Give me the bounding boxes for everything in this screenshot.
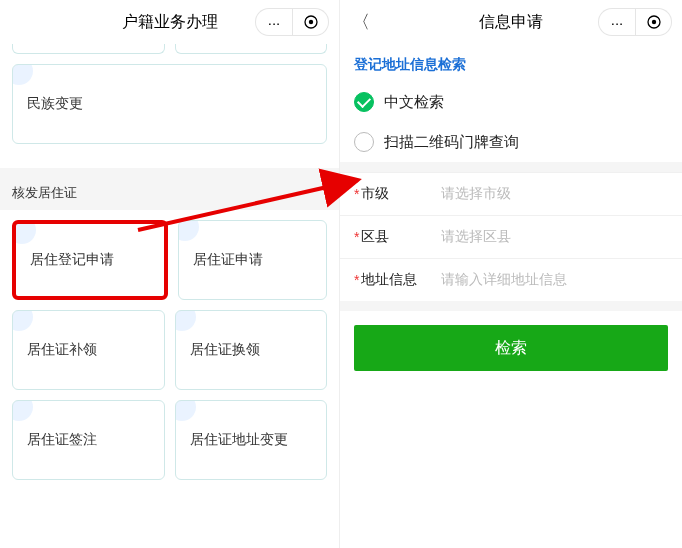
card-label: 居住证地址变更 <box>190 431 288 449</box>
left-screen: 户籍业务办理 ··· 民族变更 核发居住证 居住登记申请 居住证申请 <box>0 0 340 548</box>
card-label: 居住证申请 <box>193 251 263 269</box>
separator <box>340 301 682 311</box>
close-icon[interactable] <box>292 8 328 36</box>
right-header-actions: ··· <box>598 8 672 36</box>
more-icon[interactable]: ··· <box>599 8 635 36</box>
separator <box>340 162 682 172</box>
field-label: 区县 <box>361 228 441 246</box>
card-residence-permit-reissue[interactable]: 居住证补领 <box>12 310 165 390</box>
card-label: 民族变更 <box>27 95 83 113</box>
field-district[interactable]: * 区县 请选择区县 <box>340 215 682 258</box>
card-label: 居住证补领 <box>27 341 97 359</box>
field-label: 地址信息 <box>361 271 441 289</box>
svg-point-3 <box>651 20 655 24</box>
back-icon[interactable]: 〈 <box>352 10 370 34</box>
left-header-title: 户籍业务办理 <box>122 12 218 33</box>
option-qr-search[interactable]: 扫描二维码门牌查询 <box>340 122 682 162</box>
close-icon[interactable] <box>635 8 671 36</box>
card-residence-permit-endorse[interactable]: 居住证签注 <box>12 400 165 480</box>
svg-point-1 <box>308 20 312 24</box>
search-button-label: 检索 <box>495 338 527 359</box>
left-header-actions: ··· <box>255 8 329 36</box>
card-residence-permit-apply[interactable]: 居住证申请 <box>178 220 328 300</box>
required-mark: * <box>354 272 359 288</box>
field-address[interactable]: * 地址信息 请输入详细地址信息 <box>340 258 682 301</box>
card-label: 居住证签注 <box>27 431 97 449</box>
right-header: 〈 信息申请 ··· <box>340 0 682 44</box>
radio-unchecked-icon <box>354 132 374 152</box>
left-header: 户籍业务办理 ··· <box>0 0 339 44</box>
card-residence-permit-address-change[interactable]: 居住证地址变更 <box>175 400 328 480</box>
card-residence-permit-renew[interactable]: 居住证换领 <box>175 310 328 390</box>
radio-checked-icon <box>354 92 374 112</box>
residence-grid: 居住登记申请 居住证申请 居住证补领 居住证换领 居住证签注 居住证地址变更 <box>0 220 339 492</box>
field-label: 市级 <box>361 185 441 203</box>
more-icon[interactable]: ··· <box>256 8 292 36</box>
required-mark: * <box>354 229 359 245</box>
field-placeholder: 请选择市级 <box>441 185 511 203</box>
section-residence-title: 核发居住证 <box>0 168 339 210</box>
card-label: 居住证换领 <box>190 341 260 359</box>
required-mark: * <box>354 186 359 202</box>
card-ethnic-change[interactable]: 民族变更 <box>12 64 327 144</box>
card-residence-register-apply[interactable]: 居住登记申请 <box>12 220 168 300</box>
radio-label: 中文检索 <box>384 93 444 112</box>
field-placeholder: 请输入详细地址信息 <box>441 271 567 289</box>
search-button[interactable]: 检索 <box>354 325 668 371</box>
field-placeholder: 请选择区县 <box>441 228 511 246</box>
card-label: 居住登记申请 <box>30 251 114 269</box>
right-screen: 〈 信息申请 ··· 登记地址信息检索 中文检索 扫描二维码门牌查询 * 市级 … <box>340 0 682 548</box>
left-content: 民族变更 <box>0 44 339 156</box>
radio-label: 扫描二维码门牌查询 <box>384 133 519 152</box>
option-chinese-search[interactable]: 中文检索 <box>340 82 682 122</box>
right-header-title: 信息申请 <box>479 12 543 33</box>
field-city[interactable]: * 市级 请选择市级 <box>340 172 682 215</box>
address-search-subheader: 登记地址信息检索 <box>340 44 682 82</box>
